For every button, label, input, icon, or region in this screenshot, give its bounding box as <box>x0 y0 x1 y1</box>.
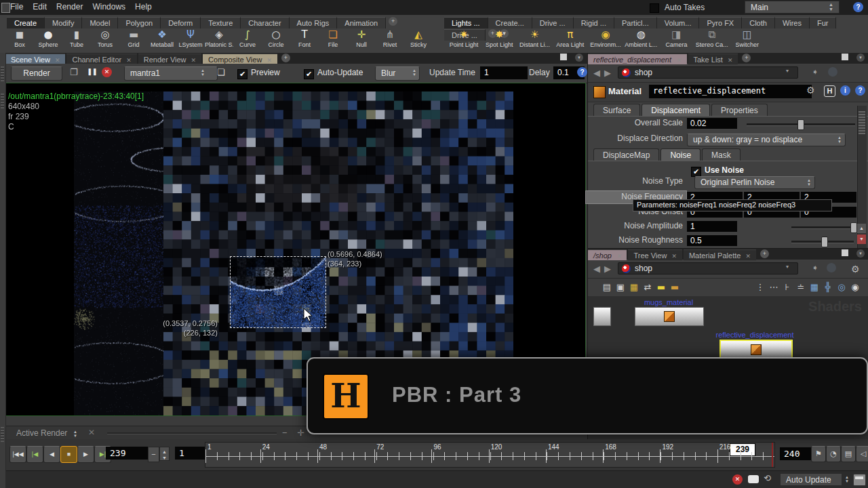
pane-maximize-icon[interactable] <box>560 54 571 62</box>
tool-rivet[interactable]: ⋔Rivet <box>376 28 404 52</box>
tool-stereo-camera[interactable]: ⧉Stereo Ca... <box>694 28 730 52</box>
shelf-tab-lights-[interactable]: Lights ... <box>444 17 488 28</box>
tab-close-icon[interactable]: ✕ <box>191 57 197 64</box>
pane-maximize-icon[interactable] <box>842 54 852 62</box>
tab-close-icon[interactable]: ✕ <box>267 57 272 64</box>
tool-null[interactable]: ✛Null <box>347 28 376 52</box>
tab-close-icon[interactable]: ✕ <box>55 57 60 64</box>
toolbox-icon[interactable]: ▬ <box>668 279 682 296</box>
align-x-icon[interactable]: ⊦ <box>781 279 794 296</box>
splitter-grip[interactable] <box>1 427 4 442</box>
shelf-tab-character[interactable]: Character <box>241 17 289 28</box>
pane-tab-take-list[interactable]: Take List✕ <box>688 54 738 65</box>
tab-close-icon[interactable]: ✕ <box>126 57 132 64</box>
tool-sticky[interactable]: ◭Sticky <box>404 28 433 52</box>
performance-button[interactable]: ⚑ <box>811 446 826 462</box>
link-icon[interactable] <box>828 67 837 77</box>
path-dropdown-icon[interactable]: ▾ <box>786 68 789 74</box>
noise-roughness-slider[interactable] <box>791 241 854 243</box>
tab-close-icon[interactable]: ✕ <box>728 57 733 64</box>
shelf-tab-create-[interactable]: Create... <box>488 17 532 28</box>
tool-metaball[interactable]: ❖Metaball <box>148 28 176 52</box>
tab-close-icon[interactable]: ✕ <box>671 253 677 260</box>
frame-stepper[interactable]: ▲▼ <box>159 447 170 461</box>
tool-sphere[interactable]: ●Sphere <box>34 28 62 52</box>
dopesheet-button[interactable]: ▤ <box>841 446 856 462</box>
shelf-tab-wires[interactable]: Wires <box>775 17 810 28</box>
shelf-tab-model[interactable]: Model <box>82 17 118 28</box>
view-all-icon[interactable]: ◉ <box>848 279 862 296</box>
tab-surface[interactable]: Surface <box>593 104 640 117</box>
displace-direction-select[interactable]: up & down: gray = no displace <box>687 134 846 146</box>
update-time-field[interactable]: 1 <box>480 66 528 79</box>
overall-scale-slider[interactable] <box>747 123 855 126</box>
scroll-down-button[interactable]: ▼ <box>857 235 866 244</box>
scroll-up-button[interactable]: ▲ <box>857 224 866 233</box>
tool-ambient-light[interactable]: ◍Ambient L... <box>623 28 658 52</box>
slider-handle[interactable] <box>797 119 804 130</box>
shelf-tab-rigid-[interactable]: Rigid ... <box>574 17 614 28</box>
playhead-line[interactable] <box>772 443 773 467</box>
list-view-icon[interactable]: ▤ <box>600 279 614 296</box>
active-render-slider[interactable] <box>107 432 277 434</box>
help-icon[interactable]: ? <box>853 2 863 12</box>
tab-close-icon[interactable]: ✕ <box>616 253 622 260</box>
slider-handle[interactable] <box>850 222 857 233</box>
menu-render[interactable]: Render <box>52 0 87 14</box>
tool-area-light[interactable]: πArea Light <box>553 28 588 52</box>
splitter-grip[interactable] <box>1 94 4 108</box>
toolbar-help-icon[interactable]: ? <box>577 67 587 77</box>
new-pane-tab-icon[interactable]: + <box>281 54 290 62</box>
tool-spot-light[interactable]: ✸Spot Light <box>481 28 517 52</box>
houdini-badge-icon[interactable]: H <box>824 85 835 97</box>
tool-font[interactable]: TFont <box>290 28 319 52</box>
grid-snap-icon[interactable]: ▦ <box>808 279 821 296</box>
scrollbar-thumb[interactable] <box>859 111 865 134</box>
tool-lsystem[interactable]: ΨLSystem <box>176 28 205 52</box>
tool-tube[interactable]: ▮Tube <box>62 28 91 52</box>
audio-button[interactable]: ◁ <box>856 446 868 462</box>
shelf-tab-particl-[interactable]: Particl... <box>614 17 657 28</box>
abort-render-icon[interactable]: ✕ <box>732 474 743 485</box>
shelf-tab-drive-[interactable]: Drive ... <box>532 17 574 28</box>
shelf-tab-volum-[interactable]: Volum... <box>657 17 700 28</box>
path-dropdown-icon[interactable]: ▾ <box>786 264 789 270</box>
use-noise-checkbox[interactable]: ✔Use Noise <box>691 163 744 177</box>
shelf-tab-modify[interactable]: Modify <box>45 17 82 28</box>
active-render-stepper[interactable]: ▲▼ <box>73 430 77 438</box>
new-shelf-tab-icon[interactable]: + <box>389 17 397 26</box>
pane-tab-material-palette[interactable]: Material Palette✕ <box>684 249 756 261</box>
material-name-field[interactable]: reflective_displacement <box>649 85 812 98</box>
dots-vertical-icon[interactable]: ⋮ <box>753 279 767 296</box>
align-y-icon[interactable]: ≐ <box>794 279 808 296</box>
new-pane-tab-icon[interactable]: + <box>760 249 769 258</box>
message-bubble-icon[interactable] <box>748 475 759 483</box>
pin-icon[interactable]: ➧ <box>812 67 818 77</box>
pane-maximize-icon[interactable] <box>842 249 852 258</box>
take-select[interactable]: Main <box>745 1 840 14</box>
play-reverse-button[interactable]: ◀ <box>43 446 60 463</box>
pause-render-icon[interactable]: ❚❚ <box>87 68 97 75</box>
shelf-tab-fur[interactable]: Fur <box>810 17 837 28</box>
menu-file[interactable]: File <box>5 0 28 14</box>
timeline[interactable]: 239 124487296120144168192216 <box>205 442 775 468</box>
nav-forward-icon[interactable]: ▶ <box>604 68 611 78</box>
pane-tab-tree-view[interactable]: Tree View✕ <box>628 249 682 261</box>
go-start-button[interactable]: |◀◀ <box>9 446 26 463</box>
network-gear-icon[interactable]: ⚙ <box>851 264 860 274</box>
tool-environment-light[interactable]: ◉Environm... <box>588 28 623 52</box>
displace-direction-stepper[interactable]: ▲▼ <box>837 136 842 144</box>
slider-handle[interactable] <box>821 237 828 247</box>
noise-amplitude-slider[interactable] <box>791 226 854 229</box>
prev-key-button[interactable]: |◀ <box>26 446 43 463</box>
tool-torus[interactable]: ◎Torus <box>91 28 119 52</box>
renderer-stepper[interactable]: ▲▼ <box>201 68 205 77</box>
auto-update-checkbox[interactable]: ✔Auto-Update <box>304 68 363 79</box>
preview-checkbox[interactable]: ✔Preview <box>237 68 280 79</box>
pane-tab-reflective-displacement[interactable]: reflective_displacement✕ <box>588 54 687 65</box>
shelf-tab-cloth[interactable]: Cloth <box>742 17 775 28</box>
palette-grid-icon[interactable]: ▦ <box>627 279 641 296</box>
noise-type-select[interactable]: Original Perlin Noise <box>694 176 815 189</box>
pane-menu-icon[interactable]: ▾ <box>856 249 865 258</box>
stop-button[interactable]: ■ <box>60 446 77 463</box>
